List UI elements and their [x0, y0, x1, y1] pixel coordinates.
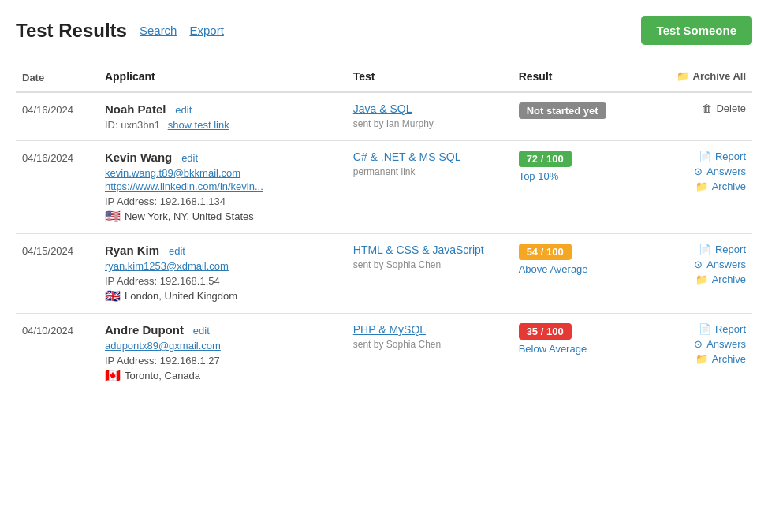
result-badge: Not started yet — [519, 102, 606, 119]
test-sub: sent by Sophia Chen — [353, 259, 506, 270]
applicant-name: Noah Patel — [105, 102, 166, 116]
action-link-archive[interactable]: 📁 Archive — [651, 180, 746, 192]
test-name[interactable]: C# & .NET & MS SQL — [353, 151, 506, 163]
applicant-ip: IP Address: 192.168.1.54 — [105, 275, 341, 287]
applicant-linkedin[interactable]: https://www.linkedin.com/in/kevin... — [105, 180, 341, 192]
applicant-ip: IP Address: 192.168.1.27 — [105, 355, 341, 366]
test-name[interactable]: PHP & MySQL — [353, 323, 506, 336]
applicant-location: 🇺🇸 New York, NY, United States — [105, 209, 341, 224]
applicant-name: Andre Dupont — [105, 323, 184, 337]
result-cell: Not started yet — [513, 92, 645, 141]
flag-icon: 🇨🇦 — [105, 368, 121, 383]
archive-label: Archive — [712, 353, 746, 365]
delete-link[interactable]: 🗑 Delete — [651, 102, 746, 114]
archive-all-link[interactable]: 📁 Archive All — [651, 70, 746, 82]
col-header-date: Date — [16, 61, 99, 92]
applicant-name: Ryan Kim — [105, 244, 159, 257]
page-title: Test Results — [16, 20, 127, 42]
test-cell: HTML & CSS & JavaScript sent by Sophia C… — [347, 234, 513, 314]
answers-label: Answers — [706, 166, 746, 177]
result-label: Below Average — [519, 343, 639, 355]
result-cell: 72 / 100 Top 10% — [513, 141, 645, 234]
export-link[interactable]: Export — [189, 24, 223, 37]
applicant-email[interactable]: adupontx89@gxmail.com — [105, 340, 341, 352]
archive-icon: 📁 — [695, 273, 708, 285]
result-cell: 35 / 100 Below Average — [513, 314, 645, 393]
actions-cell: 📄 Report ⊙ Answers 📁 Archive — [645, 314, 752, 393]
delete-label: Delete — [716, 102, 746, 114]
flag-icon: 🇬🇧 — [105, 288, 121, 303]
action-link-report[interactable]: 📄 Report — [651, 244, 746, 255]
result-badge: 72 / 100 — [519, 151, 572, 167]
archive-icon: 📁 — [695, 353, 708, 365]
col-header-result: Result — [513, 61, 645, 92]
report-icon: 📄 — [699, 151, 711, 162]
flag-icon: 🇺🇸 — [105, 209, 121, 224]
applicant-name-row: Kevin Wang edit — [105, 151, 341, 164]
test-cell: Java & SQL sent by Ian Murphy — [347, 92, 513, 141]
applicant-id: ID: uxn3bn1 show test link — [105, 119, 341, 131]
archive-icon: 📁 — [677, 70, 689, 82]
edit-link[interactable]: edit — [175, 104, 192, 116]
location-text: London, United Kingdom — [125, 290, 237, 302]
table-row: 04/15/2024 Ryan Kim edit ryan.kim1253@xd… — [16, 234, 752, 314]
action-link-archive[interactable]: 📁 Archive — [651, 353, 746, 365]
answers-label: Answers — [706, 259, 746, 270]
action-link-answers[interactable]: ⊙ Answers — [651, 338, 746, 350]
edit-link[interactable]: edit — [169, 245, 185, 257]
page-header: Test Results Search Export Test Someone — [16, 16, 752, 45]
table-row: 04/16/2024 Kevin Wang edit kevin.wang.t8… — [16, 141, 752, 234]
archive-label: Archive — [712, 273, 746, 285]
report-icon: 📄 — [699, 244, 711, 255]
test-sub: sent by Ian Murphy — [353, 118, 506, 129]
applicant-ip: IP Address: 192.168.1.134 — [105, 195, 341, 207]
row-date: 04/10/2024 — [16, 314, 99, 393]
test-cell: C# & .NET & MS SQL permanent link — [347, 141, 513, 234]
test-sub: permanent link — [353, 166, 506, 177]
answers-icon: ⊙ — [694, 259, 703, 270]
answers-icon: ⊙ — [694, 166, 703, 177]
applicant-name-row: Andre Dupont edit — [105, 323, 341, 337]
archive-all-label: Archive All — [693, 70, 746, 82]
table-header-row: Date Applicant Test Result 📁 Archive All — [16, 61, 752, 92]
archive-icon: 📁 — [695, 180, 708, 192]
header-left: Test Results Search Export — [16, 20, 224, 42]
result-cell: 54 / 100 Above Average — [513, 234, 645, 314]
test-someone-button[interactable]: Test Someone — [641, 16, 752, 45]
applicant-location: 🇨🇦 Toronto, Canada — [105, 368, 341, 383]
applicant-name-row: Noah Patel edit — [105, 102, 341, 116]
show-test-link[interactable]: show test link — [168, 119, 229, 131]
applicant-cell: Andre Dupont edit adupontx89@gxmail.comI… — [99, 314, 347, 393]
actions-cell: 📄 Report ⊙ Answers 📁 Archive — [645, 141, 752, 234]
test-name[interactable]: HTML & CSS & JavaScript — [353, 244, 506, 256]
search-link[interactable]: Search — [140, 24, 177, 37]
action-link-report[interactable]: 📄 Report — [651, 151, 746, 162]
col-header-actions[interactable]: 📁 Archive All — [645, 61, 752, 92]
answers-icon: ⊙ — [694, 338, 703, 350]
applicant-email[interactable]: kevin.wang.t89@bkkmail.com — [105, 167, 341, 179]
col-header-test: Test — [347, 61, 513, 92]
test-sub: sent by Sophia Chen — [353, 339, 506, 350]
action-link-answers[interactable]: ⊙ Answers — [651, 259, 746, 270]
result-badge: 54 / 100 — [519, 244, 572, 260]
col-header-applicant: Applicant — [99, 61, 347, 92]
applicant-location: 🇬🇧 London, United Kingdom — [105, 288, 341, 303]
results-table: Date Applicant Test Result 📁 Archive All… — [16, 61, 752, 392]
action-link-answers[interactable]: ⊙ Answers — [651, 166, 746, 177]
answers-label: Answers — [706, 338, 746, 350]
edit-link[interactable]: edit — [181, 152, 198, 164]
row-date: 04/16/2024 — [16, 92, 99, 141]
applicant-name: Kevin Wang — [105, 151, 172, 164]
action-link-report[interactable]: 📄 Report — [651, 323, 746, 335]
test-name[interactable]: Java & SQL — [353, 102, 506, 115]
applicant-email[interactable]: ryan.kim1253@xdmail.com — [105, 260, 341, 272]
row-date: 04/15/2024 — [16, 234, 99, 314]
table-row: 04/16/2024 Noah Patel edit ID: uxn3bn1 s… — [16, 92, 752, 141]
location-text: Toronto, Canada — [125, 370, 200, 381]
report-icon: 📄 — [699, 323, 711, 335]
actions-cell: 📄 Report ⊙ Answers 📁 Archive — [645, 234, 752, 314]
edit-link[interactable]: edit — [193, 325, 210, 337]
report-label: Report — [715, 244, 746, 255]
archive-label: Archive — [712, 180, 746, 192]
action-link-archive[interactable]: 📁 Archive — [651, 273, 746, 285]
